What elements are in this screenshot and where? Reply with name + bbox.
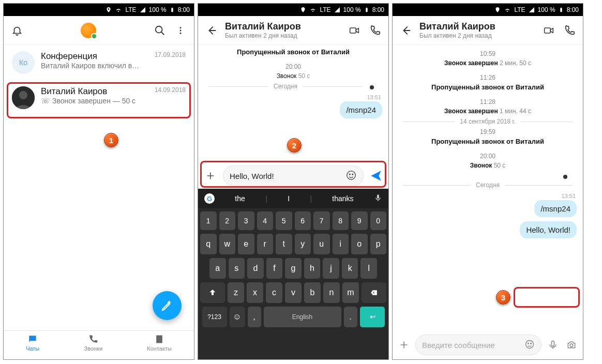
emoji-icon[interactable] [524, 339, 535, 351]
nav-calls[interactable]: Звонки [84, 334, 103, 352]
chat-row-conference[interactable]: Ко Конференция Виталий Каиров включил в…… [4, 45, 194, 80]
key-7[interactable]: 7 [313, 211, 330, 230]
location-icon [106, 7, 112, 13]
key-9[interactable]: 9 [351, 211, 368, 230]
message-input[interactable]: Введите сообщение [415, 335, 541, 355]
nav-chats[interactable]: Чаты [26, 334, 39, 352]
chat-body[interactable]: Пропущенный звонок от Виталий 20:00 Звон… [198, 45, 388, 174]
key-a[interactable]: a [209, 258, 226, 279]
key-x[interactable]: x [247, 282, 263, 303]
key-k[interactable]: k [342, 258, 358, 279]
back-icon[interactable] [204, 23, 219, 38]
avatar-conference: Ко [12, 51, 35, 74]
attach-icon[interactable] [397, 338, 411, 352]
key-v[interactable]: v [285, 282, 302, 303]
video-call-icon[interactable] [347, 23, 362, 38]
msg-time: 13:51 [367, 94, 381, 100]
svg-rect-6 [350, 28, 356, 33]
compose-fab[interactable] [153, 291, 182, 320]
key-n[interactable]: n [323, 282, 340, 303]
emoji-icon[interactable] [345, 170, 357, 183]
key-j[interactable]: j [323, 258, 339, 279]
suggestion-2[interactable]: I [288, 194, 290, 203]
svg-point-9 [352, 174, 353, 175]
key-c[interactable]: c [266, 282, 282, 303]
key-5[interactable]: 5 [276, 211, 292, 230]
voice-call-icon[interactable] [562, 23, 577, 38]
svg-point-13 [531, 343, 532, 344]
keyboard-rows: 1234567890 qwertyuiop asdfghjkl zxcvbnm … [198, 208, 388, 334]
chat-name: Виталий Каиров [41, 86, 148, 97]
mic-icon[interactable] [374, 194, 382, 204]
key-z[interactable]: z [228, 282, 244, 303]
key-p[interactable]: p [370, 234, 387, 254]
search-icon[interactable] [153, 23, 167, 38]
key-comma[interactable]: , [248, 307, 261, 327]
sys-call: Звонок завершен 2 мин, 50 с [393, 59, 583, 67]
key-y[interactable]: y [295, 234, 311, 254]
key-b[interactable]: b [304, 282, 321, 303]
key-g[interactable]: g [285, 258, 302, 279]
key-space[interactable]: English [264, 307, 341, 327]
back-icon[interactable] [399, 23, 413, 38]
msg-bubble-msnp24[interactable]: /msnp24 [340, 101, 382, 118]
chat-name: Конференция [41, 51, 148, 62]
key-1[interactable]: 1 [200, 211, 217, 230]
chat-title: Виталий Каиров [419, 21, 535, 32]
signal-icon [529, 7, 535, 13]
key-backspace[interactable] [362, 282, 386, 303]
key-l[interactable]: l [360, 258, 377, 279]
suggestion-3[interactable]: thanks [332, 194, 353, 203]
msg-bubble-hello[interactable]: Hello, World! [520, 221, 577, 238]
chat-row-vitaliy[interactable]: Виталий Каиров ☏Звонок завершен — 50 с 1… [4, 80, 194, 115]
key-d[interactable]: d [247, 258, 264, 279]
key-symbols[interactable]: ?123 [202, 307, 227, 327]
key-6[interactable]: 6 [295, 211, 311, 230]
key-m[interactable]: m [342, 282, 359, 303]
badge-2: 2 [287, 138, 302, 153]
key-i[interactable]: i [333, 234, 349, 254]
battery-text: 100 % [149, 6, 167, 13]
key-0[interactable]: 0 [370, 211, 387, 230]
battery-icon [364, 6, 369, 13]
chat-title: Виталий Каиров [225, 21, 341, 32]
key-4[interactable]: 4 [257, 211, 274, 230]
video-call-icon[interactable] [541, 23, 556, 38]
key-8[interactable]: 8 [333, 211, 349, 230]
mic-icon[interactable] [546, 338, 560, 352]
key-h[interactable]: h [304, 258, 321, 279]
google-icon[interactable]: G [204, 193, 215, 204]
bell-icon[interactable] [10, 23, 24, 38]
key-3[interactable]: 3 [238, 211, 254, 230]
key-o[interactable]: o [351, 234, 368, 254]
chat-body[interactable]: 10:59 Звонок завершен 2 мин, 50 с 11:26 … [393, 45, 583, 331]
keyboard[interactable]: G the | I | thanks 1234567890 qwertyuiop… [198, 189, 388, 360]
key-e[interactable]: e [238, 234, 254, 254]
camera-icon[interactable] [564, 338, 579, 352]
more-icon[interactable] [173, 23, 188, 38]
message-input[interactable]: Hello, World! [223, 165, 364, 186]
key-r[interactable]: r [257, 234, 274, 254]
msg-bubble-msnp24[interactable]: /msnp24 [534, 200, 577, 217]
nav-contacts[interactable]: Контакты [147, 334, 172, 352]
chat-header-info[interactable]: Виталий Каиров Был активен 2 дня назад [419, 21, 535, 39]
key-2[interactable]: 2 [219, 211, 236, 230]
signal-icon [140, 7, 146, 13]
key-emoji[interactable]: ☺ [230, 307, 245, 327]
key-t[interactable]: t [276, 234, 292, 254]
key-shift[interactable] [200, 282, 225, 303]
key-s[interactable]: s [229, 258, 245, 279]
attach-icon[interactable] [202, 169, 219, 183]
voice-call-icon[interactable] [368, 23, 382, 38]
key-f[interactable]: f [266, 258, 283, 279]
key-u[interactable]: u [313, 234, 330, 254]
chat-header-info[interactable]: Виталий Каиров Был активен 2 дня назад [225, 21, 341, 39]
key-enter[interactable] [360, 307, 385, 327]
suggestion-1[interactable]: the [235, 194, 245, 203]
key-w[interactable]: w [219, 234, 236, 254]
send-button[interactable] [368, 168, 384, 184]
location-icon [300, 7, 306, 13]
unread-dot [370, 85, 374, 89]
key-q[interactable]: q [200, 234, 217, 254]
key-period[interactable]: . [344, 307, 357, 327]
